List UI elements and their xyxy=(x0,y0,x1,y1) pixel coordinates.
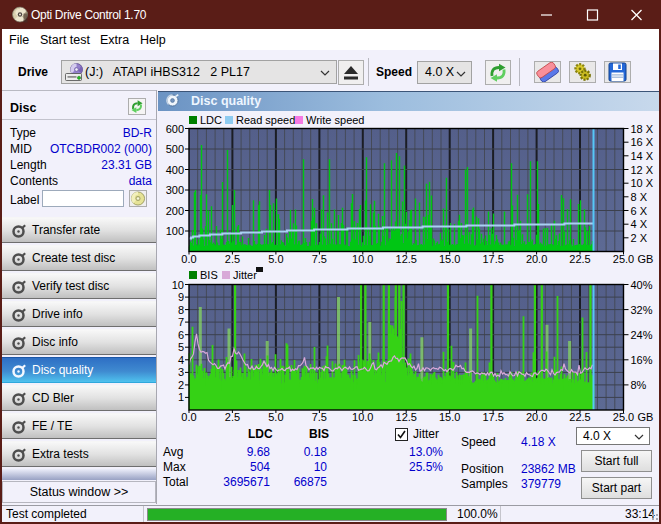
svg-text:2.5: 2.5 xyxy=(225,253,240,265)
svg-text:3: 3 xyxy=(178,366,184,378)
svg-text:7: 7 xyxy=(178,316,184,328)
svg-text:10: 10 xyxy=(172,279,184,291)
svg-text:LDC: LDC xyxy=(200,114,222,126)
svg-text:2: 2 xyxy=(178,379,184,391)
svg-text:17.5: 17.5 xyxy=(482,253,503,265)
svg-text:40%: 40% xyxy=(631,279,653,291)
svg-text:32%: 32% xyxy=(631,304,653,316)
svg-text:Write speed: Write speed xyxy=(306,114,365,126)
svg-text:Jitter: Jitter xyxy=(233,269,257,281)
svg-text:6: 6 xyxy=(178,329,184,341)
svg-text:18 X: 18 X xyxy=(631,123,654,135)
svg-text:25.0: 25.0 xyxy=(613,253,634,265)
svg-text:4 X: 4 X xyxy=(631,218,648,230)
svg-text:6 X: 6 X xyxy=(631,205,648,217)
svg-text:GB: GB xyxy=(638,411,654,423)
svg-text:400: 400 xyxy=(166,164,184,176)
svg-text:Read speed: Read speed xyxy=(236,114,295,126)
svg-text:200: 200 xyxy=(166,205,184,217)
svg-text:10.0: 10.0 xyxy=(352,253,373,265)
svg-text:9: 9 xyxy=(178,291,184,303)
svg-text:24%: 24% xyxy=(631,329,653,341)
svg-text:12.5: 12.5 xyxy=(396,253,417,265)
svg-text:8 X: 8 X xyxy=(631,191,648,203)
svg-text:20.0: 20.0 xyxy=(526,253,547,265)
svg-text:8%: 8% xyxy=(631,379,647,391)
svg-text:14 X: 14 X xyxy=(631,150,654,162)
svg-text:7.5: 7.5 xyxy=(312,253,327,265)
svg-text:16 X: 16 X xyxy=(631,136,654,148)
svg-text:10 X: 10 X xyxy=(631,177,654,189)
svg-text:300: 300 xyxy=(166,184,184,196)
svg-text:100: 100 xyxy=(166,225,184,237)
svg-text:1: 1 xyxy=(178,391,184,403)
svg-text:4: 4 xyxy=(178,354,184,366)
svg-text:600: 600 xyxy=(166,123,184,135)
svg-text:8: 8 xyxy=(178,304,184,316)
svg-text:5.0: 5.0 xyxy=(268,253,283,265)
svg-text:Disc quality: Disc quality xyxy=(191,94,261,108)
svg-text:0.0: 0.0 xyxy=(181,253,196,265)
svg-text:22.5: 22.5 xyxy=(569,253,590,265)
svg-text:12 X: 12 X xyxy=(631,164,654,176)
svg-text:16%: 16% xyxy=(631,354,653,366)
svg-text:GB: GB xyxy=(638,253,654,265)
svg-text:5: 5 xyxy=(178,341,184,353)
svg-text:15.0: 15.0 xyxy=(439,253,460,265)
svg-text:2 X: 2 X xyxy=(631,232,648,244)
svg-text:500: 500 xyxy=(166,143,184,155)
svg-text:BIS: BIS xyxy=(200,269,218,281)
